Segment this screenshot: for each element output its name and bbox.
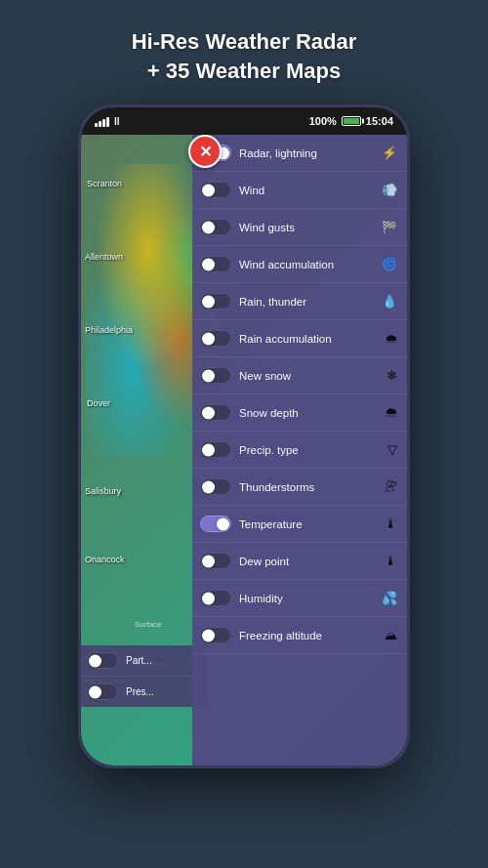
- city-allentown: Allentown: [85, 252, 123, 262]
- menu-icon-new-snow: ❄: [386, 368, 397, 383]
- menu-label-humidity: Humidity: [239, 593, 378, 604]
- menu-icon-temperature: 🌡: [385, 517, 397, 531]
- bottom-partial-item-1[interactable]: Part...: [81, 645, 208, 677]
- toggle-thumb-snow-depth: [202, 406, 215, 419]
- menu-item-freezing-altitude[interactable]: Freezing altitude⛰: [192, 617, 407, 654]
- app-title: Hi-Res Weather Radar + 35 Weather Maps: [112, 0, 377, 104]
- menu-item-dew-point[interactable]: Dew point🌡: [192, 543, 407, 580]
- menu-item-wind-gusts[interactable]: Wind gusts🏁: [192, 209, 407, 246]
- menu-label-temperature: Temperature: [239, 518, 381, 530]
- toggle-thumb-rain-accumulation: [202, 332, 215, 345]
- toggle-thumb-rain-thunder: [202, 295, 215, 308]
- battery-icon: [342, 116, 361, 126]
- menu-icon-wind: 💨: [382, 183, 397, 197]
- menu-item-thunderstorms[interactable]: Thunderstorms⛈: [192, 469, 407, 506]
- status-right: 100% 15:04: [309, 115, 393, 127]
- menu-label-precip-type: Precip. type: [239, 444, 384, 456]
- menu-label-freezing-altitude: Freezing altitude: [239, 630, 381, 641]
- menu-icon-precip-type: ▽: [387, 442, 397, 457]
- toggle-thumb-wind-gusts: [202, 221, 215, 233]
- menu-label-thunderstorms: Thunderstorms: [239, 481, 381, 493]
- toggle-thumb-dew-point: [202, 555, 215, 567]
- bottom-partial-item-2[interactable]: Pres...: [81, 677, 208, 707]
- menu-item-snow-depth[interactable]: Snow depth🌨: [192, 394, 407, 432]
- signal-text: ll: [114, 116, 120, 127]
- menu-icon-thunderstorms: ⛈: [385, 479, 397, 494]
- city-onancock: Onancock: [85, 555, 125, 564]
- toggle-temperature[interactable]: [200, 516, 231, 532]
- toggle-thumb-freezing-altitude: [202, 629, 215, 641]
- signal-bars-icon: [95, 115, 109, 127]
- toggle-partial-2[interactable]: [87, 683, 118, 700]
- city-dover: Dover: [87, 398, 110, 408]
- toggle-new-snow[interactable]: [200, 367, 231, 384]
- toggle-rain-thunder[interactable]: [200, 293, 231, 310]
- toggle-wind-gusts[interactable]: [200, 219, 231, 235]
- toggle-wind[interactable]: [200, 182, 231, 198]
- toggle-partial-1[interactable]: [87, 652, 118, 669]
- city-philadelphia: Philadelphia: [85, 325, 133, 335]
- map-label-surface: Surface: [135, 620, 162, 629]
- menu-label-wind-gusts: Wind gusts: [239, 222, 378, 233]
- menu-item-rain-thunder[interactable]: Rain, thunder💧: [192, 283, 407, 320]
- toggle-thumb-precip-type: [202, 443, 215, 456]
- status-bar: ll 100% 15:04: [81, 107, 407, 135]
- menu-icon-freezing-altitude: ⛰: [385, 628, 397, 642]
- menu-item-new-snow[interactable]: New snow❄: [192, 357, 407, 394]
- status-signal: ll: [95, 115, 120, 127]
- menu-label-rain-thunder: Rain, thunder: [239, 296, 378, 308]
- menu-label-snow-depth: Snow depth: [239, 407, 381, 419]
- toggle-thumb-wind-accumulation: [202, 258, 215, 270]
- time-display: 15:04: [366, 115, 393, 127]
- menu-item-wind-accumulation[interactable]: Wind accumulation🌀: [192, 246, 407, 283]
- menu-label-wind: Wind: [239, 185, 378, 196]
- menu-icon-snow-depth: 🌨: [385, 405, 397, 420]
- partial-label-2: Pres...: [126, 686, 202, 697]
- menu-icon-humidity: 💦: [382, 591, 397, 605]
- menu-icon-wind-accumulation: 🌀: [382, 257, 397, 271]
- toggle-rain-accumulation[interactable]: [200, 330, 231, 347]
- toggle-thumb-temperature: [217, 517, 229, 530]
- toggle-thumb-thunderstorms: [202, 480, 215, 493]
- battery-percent: 100%: [309, 115, 337, 127]
- menu-item-humidity[interactable]: Humidity💦: [192, 580, 407, 617]
- toggle-thumb-new-snow: [202, 369, 215, 382]
- menu-label-wind-accumulation: Wind accumulation: [239, 259, 378, 270]
- phone-frame: ll 100% 15:04 Scranton Allentown Philade…: [78, 104, 410, 768]
- toggle-precip-type[interactable]: [200, 441, 231, 458]
- toggle-thunderstorms[interactable]: [200, 478, 231, 495]
- toggle-humidity[interactable]: [200, 590, 231, 606]
- toggle-dew-point[interactable]: [200, 553, 231, 569]
- close-icon: ✕: [199, 143, 212, 161]
- city-scranton: Scranton: [87, 179, 122, 188]
- menu-item-rain-accumulation[interactable]: Rain accumulation🌧: [192, 320, 407, 357]
- toggle-snow-depth[interactable]: [200, 404, 231, 421]
- battery-fill: [344, 118, 359, 124]
- toggle-wind-accumulation[interactable]: [200, 256, 231, 272]
- header-section: Hi-Res Weather Radar + 35 Weather Maps: [112, 0, 377, 104]
- toggle-freezing-altitude[interactable]: [200, 627, 231, 643]
- menu-icon-radar-lightning: ⚡: [382, 145, 397, 160]
- toggle-thumb-humidity: [202, 592, 215, 604]
- weather-menu-panel: Radar, lightning⚡Wind💨Wind gusts🏁Wind ac…: [192, 135, 407, 765]
- partial-label-1: Part...: [126, 655, 202, 666]
- menu-icon-rain-thunder: 💧: [382, 294, 397, 309]
- close-button[interactable]: ✕: [188, 135, 222, 168]
- close-button-area[interactable]: ✕: [188, 135, 222, 168]
- menu-item-temperature[interactable]: Temperature🌡: [192, 506, 407, 543]
- toggle-thumb-wind: [202, 184, 215, 196]
- menu-icon-wind-gusts: 🏁: [382, 220, 397, 234]
- city-salisbury: Salisbury: [85, 486, 121, 496]
- menu-label-rain-accumulation: Rain accumulation: [239, 333, 381, 345]
- phone-screen: ll 100% 15:04 Scranton Allentown Philade…: [81, 107, 407, 765]
- menu-item-precip-type[interactable]: Precip. type▽: [192, 432, 407, 469]
- menu-item-radar-lightning[interactable]: Radar, lightning⚡: [192, 135, 407, 172]
- menu-label-dew-point: Dew point: [239, 556, 381, 567]
- menu-icon-rain-accumulation: 🌧: [385, 331, 397, 346]
- menu-label-radar-lightning: Radar, lightning: [239, 147, 378, 159]
- menu-label-new-snow: New snow: [239, 370, 383, 382]
- menu-item-wind[interactable]: Wind💨: [192, 172, 407, 209]
- menu-icon-dew-point: 🌡: [385, 554, 397, 568]
